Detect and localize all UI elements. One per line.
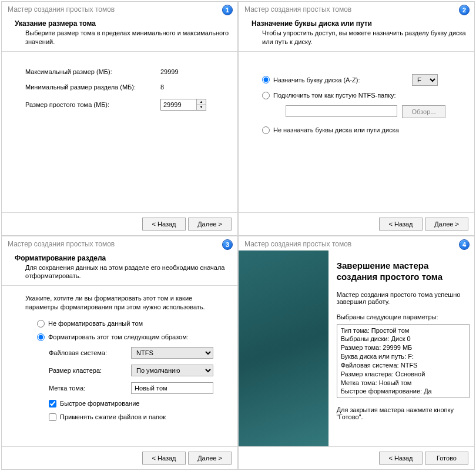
max-size-value: 29999 xyxy=(160,68,179,75)
wizard-footer: < Назад Готово xyxy=(239,446,474,469)
max-size-label: Максимальный размер (МБ): xyxy=(25,68,160,75)
summary-item: Применение сжатия файлов и папок: Нет xyxy=(341,396,465,397)
summary-item: Размер кластера: Основной xyxy=(341,370,465,379)
back-button[interactable]: < Назад xyxy=(379,218,423,231)
wizard-body: Завершение мастера создания простого том… xyxy=(239,250,474,447)
summary-item: Тип тома: Простой том xyxy=(341,326,465,335)
cluster-size-label: Размер кластера: xyxy=(49,367,131,374)
summary-item: Файловая система: NTFS xyxy=(341,361,465,370)
step-badge: 1 xyxy=(222,5,233,15)
spin-up-icon[interactable]: ▲ xyxy=(197,99,206,105)
compression-label: Применять сжатие файлов и папок xyxy=(60,413,166,420)
no-assign-radio[interactable] xyxy=(262,126,270,134)
spin-down-icon[interactable]: ▼ xyxy=(197,105,206,110)
window-title: Мастер создания простых томов xyxy=(2,2,237,16)
compression-checkbox[interactable] xyxy=(49,413,56,421)
wizard-footer: < Назад Далее > xyxy=(2,212,237,235)
page-title: Форматирование раздела xyxy=(15,254,232,262)
step-badge: 4 xyxy=(459,239,470,250)
mount-folder-radio[interactable] xyxy=(262,92,270,99)
quick-format-label: Быстрое форматирование xyxy=(60,400,139,407)
wizard-footer: < Назад Далее > xyxy=(2,446,237,469)
filesystem-select[interactable]: NTFS xyxy=(131,347,213,359)
no-format-radio[interactable] xyxy=(37,320,45,328)
summary-item: Размер тома: 29999 МБ xyxy=(341,343,465,352)
page-title: Назначение буквы диска или пути xyxy=(252,19,468,28)
wizard-footer: < Назад Далее > xyxy=(239,212,474,235)
next-button[interactable]: Далее > xyxy=(425,218,468,231)
finish-title: Завершение мастера создания простого том… xyxy=(337,260,470,283)
summary-item: Метка тома: Новый том xyxy=(341,379,465,388)
close-hint: Для закрытия мастера нажмите кнопку "Гот… xyxy=(337,406,470,420)
no-format-label: Не форматировать данный том xyxy=(48,320,143,327)
filesystem-label: Файловая система: xyxy=(49,349,131,356)
format-radio[interactable] xyxy=(37,333,45,341)
next-button[interactable]: Далее > xyxy=(188,218,232,231)
page-subtitle: Чтобы упростить доступ, вы можете назнач… xyxy=(252,29,468,46)
wizard-header: Назначение буквы диска или пути Чтобы уп… xyxy=(239,16,474,52)
wizard-step-size: Мастер создания простых томов 1 Указание… xyxy=(1,1,238,236)
no-assign-label: Не назначать буквы диска или пути диска xyxy=(273,126,399,133)
back-button[interactable]: < Назад xyxy=(142,218,186,231)
window-title: Мастер создания простых томов xyxy=(239,2,474,16)
volume-size-label: Размер простого тома (МБ): xyxy=(25,101,160,108)
back-button[interactable]: < Назад xyxy=(379,452,423,465)
assign-letter-label: Назначить букву диска (A-Z): xyxy=(273,76,408,83)
summary-item: Быстрое форматирование: Да xyxy=(341,387,465,396)
next-button[interactable]: Далее > xyxy=(188,452,232,465)
window-title: Мастер создания простых томов xyxy=(239,236,474,250)
wizard-side-banner xyxy=(239,250,328,447)
finish-button[interactable]: Готово xyxy=(425,452,468,465)
back-button[interactable]: < Назад xyxy=(142,452,186,465)
format-instruction: Укажите, хотите ли вы форматировать этот… xyxy=(25,294,222,312)
wizard-body: Максимальный размер (МБ): 29999 Минималь… xyxy=(2,52,237,212)
wizard-step-format: Мастер создания простых томов 3 Форматир… xyxy=(1,236,238,470)
page-title: Указание размера тома xyxy=(15,19,232,28)
volume-size-spinner[interactable]: ▲ ▼ xyxy=(160,99,206,111)
volume-label-input[interactable] xyxy=(131,382,213,394)
wizard-body: Укажите, хотите ли вы форматировать этот… xyxy=(2,286,237,446)
step-badge: 3 xyxy=(222,239,233,250)
min-size-value: 8 xyxy=(160,83,164,91)
wizard-body: Назначить букву диска (A-Z): F Подключит… xyxy=(239,52,474,212)
browse-button: Обзор... xyxy=(402,105,445,118)
volume-label-label: Метка тома: xyxy=(49,385,131,392)
summary-item: Буква диска или путь: F: xyxy=(341,352,465,361)
assign-letter-radio[interactable] xyxy=(262,76,270,83)
window-title: Мастер создания простых томов xyxy=(2,236,237,250)
mount-folder-label: Подключить том как пустую NTFS-папку: xyxy=(273,92,396,99)
volume-size-input[interactable] xyxy=(161,99,196,110)
format-label: Форматировать этот том следующим образом… xyxy=(48,333,189,340)
finish-message: Мастер создания простого тома успешно за… xyxy=(337,291,470,305)
step-badge: 2 xyxy=(459,5,470,15)
min-size-label: Минимальный размер раздела (МБ): xyxy=(25,83,160,91)
mount-path-input xyxy=(286,105,397,117)
wizard-step-drive-letter: Мастер создания простых томов 2 Назначен… xyxy=(238,1,475,236)
page-subtitle: Выберите размер тома в пределах минималь… xyxy=(15,29,232,46)
summary-item: Выбраны диски: Диск 0 xyxy=(341,335,465,343)
drive-letter-select[interactable]: F xyxy=(412,74,438,86)
quick-format-checkbox[interactable] xyxy=(49,400,56,407)
cluster-size-select[interactable]: По умолчанию xyxy=(131,365,213,376)
wizard-header: Указание размера тома Выберите размер то… xyxy=(2,16,237,52)
page-subtitle: Для сохранения данных на этом разделе ег… xyxy=(15,263,232,281)
summary-label: Выбраны следующие параметры: xyxy=(337,313,470,320)
summary-listbox[interactable]: Тип тома: Простой том Выбраны диски: Дис… xyxy=(337,324,470,398)
wizard-step-complete: Мастер создания простых томов 4 Завершен… xyxy=(238,236,475,470)
wizard-header: Форматирование раздела Для сохранения да… xyxy=(2,250,237,286)
